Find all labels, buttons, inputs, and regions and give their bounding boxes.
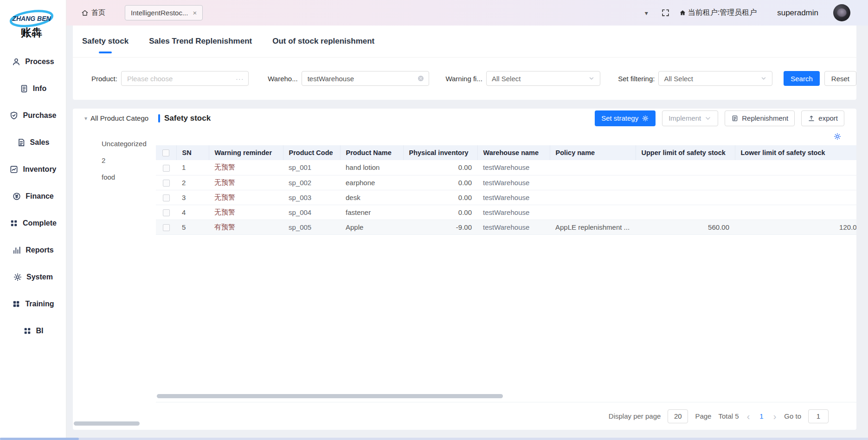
sidebar-item-info[interactable]: Info xyxy=(0,75,66,102)
topbar-right: ▾ 当前租户:管理员租户 superadmin xyxy=(645,4,868,21)
warehouse-input[interactable] xyxy=(302,71,429,86)
replenishment-button[interactable]: Replenishment xyxy=(725,110,795,126)
warning-filter-select[interactable]: All Select xyxy=(486,71,600,86)
sidebar-item-inventory[interactable]: Inventory xyxy=(0,156,66,183)
row-checkbox[interactable] xyxy=(163,165,170,172)
sidebar-item-bi[interactable]: BI xyxy=(0,317,66,344)
sidebar-item-finance[interactable]: Finance xyxy=(0,183,66,210)
tree-item-2[interactable]: 2 xyxy=(73,152,156,168)
close-icon[interactable]: × xyxy=(193,9,197,17)
tab-sales-trend-replenishment[interactable]: Sales Trend Replenishment xyxy=(149,26,252,57)
chevron-down-icon[interactable]: ▾ xyxy=(645,9,648,17)
sidebar-item-sales[interactable]: Sales xyxy=(0,129,66,156)
cell-upper-limit: 560.00 xyxy=(636,220,735,234)
product-input[interactable] xyxy=(121,71,249,86)
gear-icon xyxy=(13,272,22,282)
col-product-name: Product Name xyxy=(340,145,403,160)
goto-page-input[interactable] xyxy=(808,409,829,423)
cell-lower-limit xyxy=(735,205,856,220)
ellipsis-picker-icon[interactable]: ··· xyxy=(236,75,244,83)
sidebar: ZHANG BEN 账犇 Process Info Purchase Sales xyxy=(0,0,66,440)
sidebar-item-label: Training xyxy=(25,300,54,308)
col-lower-limit: Lower limit of safety stock xyxy=(735,145,856,160)
sidebar-item-label: Process xyxy=(25,58,54,66)
col-upper-limit: Upper limit of safety stock xyxy=(636,145,735,160)
category-tree: Uncategorized 2 food xyxy=(73,128,156,430)
prev-page-icon[interactable]: ‹ xyxy=(746,412,751,421)
cell-policy xyxy=(550,175,636,190)
col-warehouse-name: Warehouse name xyxy=(477,145,550,160)
sidebar-item-purchase[interactable]: Purchase xyxy=(0,102,66,129)
chart-icon xyxy=(9,165,19,174)
cell-policy xyxy=(550,205,636,220)
breadcrumb-home[interactable]: 首页 xyxy=(81,8,105,17)
sidebar-item-complete[interactable]: Complete xyxy=(0,210,66,237)
product-filter-label: Product: xyxy=(91,75,117,83)
grid-dots-icon xyxy=(9,219,19,228)
current-page[interactable]: 1 xyxy=(758,412,765,420)
sidebar-item-training[interactable]: Training xyxy=(0,291,66,317)
clear-icon[interactable] xyxy=(417,75,424,82)
category-tree-list: Uncategorized 2 food xyxy=(73,128,156,185)
page-horizontal-scrollbar-track xyxy=(0,438,868,440)
house-icon xyxy=(679,9,686,16)
reset-button[interactable]: Reset xyxy=(824,71,856,86)
panel-title-block: Safety stock xyxy=(158,109,211,128)
caret-down-icon[interactable]: ▾ xyxy=(84,115,87,122)
tree-item-uncategorized[interactable]: Uncategorized xyxy=(73,135,156,152)
logo-swoosh: ZHANG BEN 账犇 xyxy=(5,7,61,41)
total-count: Total 5 xyxy=(718,412,739,420)
select-all-checkbox[interactable] xyxy=(162,149,169,156)
table-header-row: SN Warning reminder Product Code Product… xyxy=(156,145,856,160)
finance-icon xyxy=(12,192,21,201)
sidebar-item-system[interactable]: System xyxy=(0,264,66,291)
row-checkbox[interactable] xyxy=(163,209,170,216)
cell-sn: 3 xyxy=(176,190,209,205)
fullscreen-icon[interactable] xyxy=(661,8,670,17)
next-page-icon[interactable]: › xyxy=(772,412,778,421)
row-checkbox[interactable] xyxy=(163,224,170,231)
cell-lower-limit xyxy=(735,175,856,190)
export-button[interactable]: export xyxy=(801,110,844,126)
row-checkbox[interactable] xyxy=(163,194,170,201)
logo-text-cn: 账犇 xyxy=(20,26,42,39)
category-tree-root-label: All Product Catego xyxy=(90,114,148,122)
page-horizontal-scrollbar-thumb[interactable] xyxy=(0,438,79,440)
breadcrumb-home-label: 首页 xyxy=(91,8,105,17)
table-row: 3 无预警 sp_003 desk 0.00 testWarehouse xyxy=(156,190,856,205)
cell-product-name: Apple xyxy=(340,220,403,234)
display-per-page-label: Display per page xyxy=(609,412,661,420)
table-horizontal-scrollbar[interactable] xyxy=(157,394,503,398)
product-picker: ··· xyxy=(121,71,249,86)
sidebar-item-label: Reports xyxy=(26,246,53,254)
category-tree-root[interactable]: ▾ All Product Catego xyxy=(84,109,148,128)
page-size-input[interactable] xyxy=(668,409,688,423)
cell-checkbox xyxy=(156,175,176,190)
tree-horizontal-scrollbar[interactable] xyxy=(74,421,140,426)
tab-safety-stock[interactable]: Safety stock xyxy=(82,26,129,57)
username[interactable]: superadmin xyxy=(777,8,818,18)
cell-product-code: sp_003 xyxy=(283,190,340,205)
set-filtering-select[interactable]: All Select xyxy=(658,71,772,86)
open-page-tab[interactable]: IntelligentRestoc... × xyxy=(125,5,203,20)
sidebar-item-reports[interactable]: Reports xyxy=(0,237,66,264)
search-button[interactable]: Search xyxy=(784,71,820,86)
page-tabs: Safety stock Sales Trend Replenishment O… xyxy=(73,26,856,58)
tenant-switcher[interactable]: 当前租户:管理员租户 xyxy=(679,8,757,18)
set-strategy-button[interactable]: Set strategy xyxy=(595,110,656,126)
main-content: Safety stock Sales Trend Replenishment O… xyxy=(66,26,868,440)
export-icon xyxy=(808,115,815,122)
column-settings-gear-icon[interactable] xyxy=(833,132,842,141)
sidebar-item-label: Sales xyxy=(30,138,50,147)
tree-item-food[interactable]: food xyxy=(73,168,156,185)
row-checkbox[interactable] xyxy=(163,180,170,187)
filter-bar: Product: ··· Wareho... Warning fi... All… xyxy=(73,58,856,99)
cell-product-name: earphone xyxy=(340,175,403,190)
implement-button[interactable]: Implement xyxy=(662,110,718,126)
chevron-down-icon xyxy=(760,75,767,82)
sidebar-item-process[interactable]: Process xyxy=(0,48,66,75)
tab-out-of-stock-replenishment[interactable]: Out of stock replenishment xyxy=(272,26,374,57)
clipboard-icon xyxy=(19,84,29,93)
avatar[interactable] xyxy=(833,4,850,21)
page-label: Page xyxy=(695,412,711,420)
